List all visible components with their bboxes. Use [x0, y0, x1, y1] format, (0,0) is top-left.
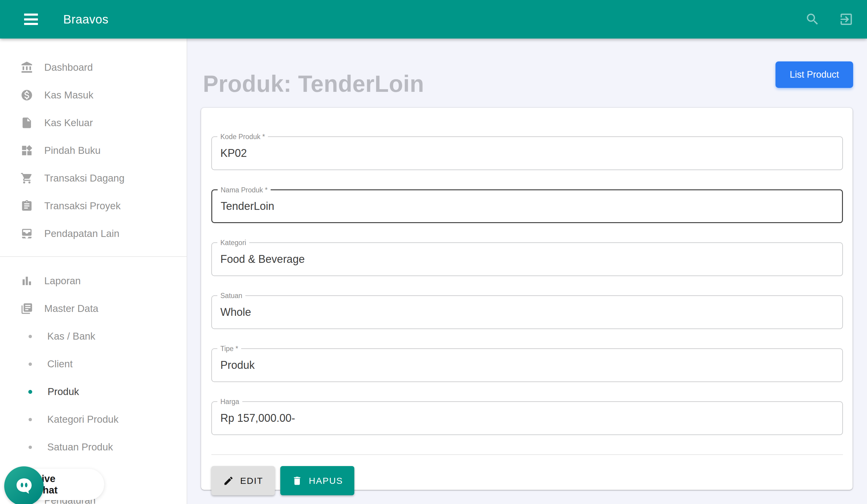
product-detail-card: Kode Produk * KP02 Nama Produk * TenderL… — [201, 108, 853, 490]
bullet-icon-active — [28, 390, 32, 394]
sidebar-item-pindah-buku[interactable]: Pindah Buku — [0, 137, 186, 164]
field-value: KP02 — [212, 147, 247, 160]
sidebar-item-transaksi-proyek[interactable]: Transaksi Proyek — [0, 192, 186, 220]
field-label: Harga — [217, 397, 242, 406]
pencil-icon — [223, 475, 234, 486]
sidebar-item-label: Produk — [47, 386, 79, 397]
field-value: TenderLoin — [212, 200, 274, 213]
field-label: Nama Produk * — [218, 185, 271, 195]
sidebar-item-label: Laporan — [44, 275, 81, 287]
field-value: Food & Beverage — [212, 253, 305, 266]
sidebar-item-pendapatan-lain[interactable]: Pendapatan Lain — [0, 220, 186, 247]
library-icon — [21, 302, 33, 315]
form-divider — [211, 454, 843, 455]
field-label: Kategori — [217, 238, 249, 247]
sidebar-item-dashboard[interactable]: Dashboard — [0, 54, 186, 81]
sidebar-item-label: Kas Masuk — [44, 89, 93, 101]
bullet-icon — [29, 363, 32, 366]
page-title: Produk: TenderLoin — [203, 71, 424, 97]
field-kode-produk[interactable]: Kode Produk * KP02 — [211, 136, 843, 170]
sidebar-divider — [0, 256, 186, 257]
sidebar-item-label: Kas Keluar — [44, 117, 93, 129]
inbox-icon — [21, 227, 33, 240]
field-value: Rp 157,000.00- — [212, 412, 295, 425]
sidebar-nav: Dashboard Kas Masuk Kas Keluar Pindah Bu… — [0, 39, 186, 504]
sidebar-item-label: Pindah Buku — [44, 145, 100, 156]
sidebar: Dashboard Kas Masuk Kas Keluar Pindah Bu… — [0, 39, 187, 504]
file-icon — [21, 117, 33, 129]
sidebar-item-kas-keluar[interactable]: Kas Keluar — [0, 109, 186, 137]
sidebar-item-label: Pendapatan Lain — [44, 228, 119, 239]
edit-button[interactable]: EDIT — [211, 466, 275, 495]
bank-icon — [21, 61, 33, 74]
sidebar-item-laporan[interactable]: Laporan — [0, 267, 186, 295]
menu-icon[interactable] — [24, 13, 38, 25]
sidebar-subitem-kategori-produk[interactable]: Kategori Produk — [0, 406, 186, 433]
field-label: Kode Produk * — [217, 132, 268, 141]
field-tipe[interactable]: Tipe * Produk — [211, 348, 843, 382]
sidebar-item-label: Transaksi Dagang — [44, 172, 125, 184]
sidebar-item-label: Kategori Produk — [47, 414, 119, 425]
sidebar-item-label: Dashboard — [44, 62, 93, 73]
sidebar-item-label: Kas / Bank — [47, 331, 95, 342]
widgets-icon — [21, 144, 33, 157]
money-icon — [21, 89, 33, 101]
sidebar-item-label: Master Data — [44, 303, 98, 314]
field-harga[interactable]: Harga Rp 157,000.00- — [211, 401, 843, 435]
sidebar-item-master-data[interactable]: Master Data — [0, 295, 186, 322]
sidebar-subitem-client[interactable]: Client — [0, 350, 186, 378]
bullet-icon — [29, 446, 32, 449]
search-icon[interactable] — [805, 12, 820, 27]
sidebar-item-transaksi-dagang[interactable]: Transaksi Dagang — [0, 164, 186, 192]
field-value: Produk — [212, 359, 255, 372]
hapus-button-label: HAPUS — [309, 476, 343, 486]
list-product-button[interactable]: List Product — [775, 62, 853, 88]
sidebar-subitem-kas-bank[interactable]: Kas / Bank — [0, 322, 186, 350]
hapus-button[interactable]: HAPUS — [280, 466, 354, 495]
form-actions: EDIT HAPUS — [211, 466, 843, 495]
sidebar-subitem-produk[interactable]: Produk — [0, 378, 186, 406]
sidebar-item-kas-masuk[interactable]: Kas Masuk — [0, 81, 186, 109]
clipboard-icon — [21, 200, 33, 212]
sidebar-subitem-satuan-produk[interactable]: Satuan Produk — [0, 433, 186, 461]
field-satuan[interactable]: Satuan Whole — [211, 296, 843, 329]
field-label: Tipe * — [217, 344, 241, 353]
topbar-actions — [805, 12, 854, 27]
bullet-icon — [29, 335, 32, 338]
chat-bubble-icon[interactable] — [4, 467, 44, 504]
bullet-icon — [29, 418, 32, 421]
sidebar-item-label: Satuan Produk — [47, 441, 113, 453]
cart-icon — [21, 172, 33, 184]
sidebar-item-label: Client — [47, 358, 73, 370]
field-label: Satuan — [217, 291, 245, 300]
field-kategori[interactable]: Kategori Food & Beverage — [211, 242, 843, 276]
field-nama-produk[interactable]: Nama Produk * TenderLoin — [211, 189, 843, 223]
field-value: Whole — [212, 306, 251, 319]
app-title: Braavos — [63, 13, 108, 26]
trash-icon — [292, 475, 302, 486]
topbar: Braavos — [0, 0, 867, 39]
sidebar-item-label: Transaksi Proyek — [44, 200, 121, 212]
exit-icon[interactable] — [839, 12, 854, 27]
bar-chart-icon — [21, 275, 33, 287]
edit-button-label: EDIT — [240, 476, 263, 486]
